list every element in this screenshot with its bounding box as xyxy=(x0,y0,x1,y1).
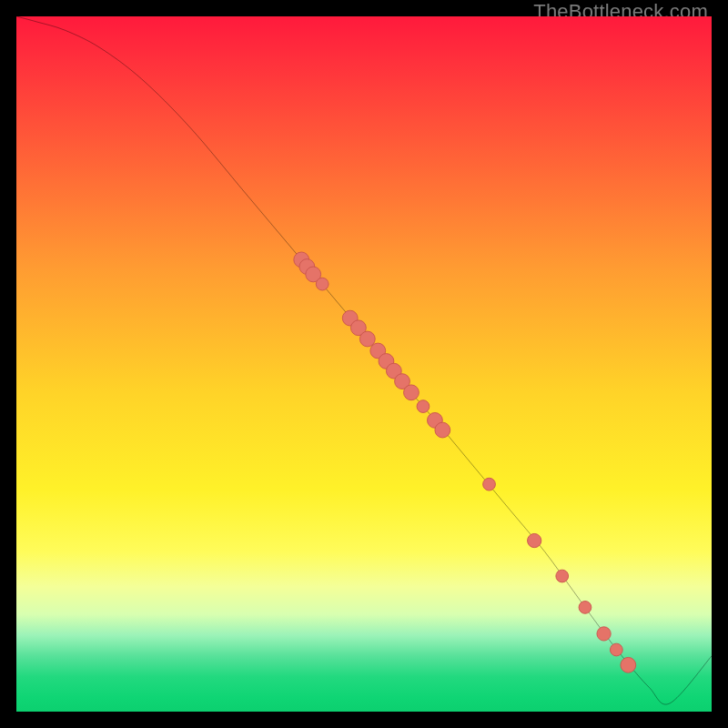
data-marker xyxy=(417,400,430,413)
data-marker xyxy=(528,533,541,547)
data-marker xyxy=(621,657,636,672)
data-marker xyxy=(435,422,450,438)
data-marker xyxy=(597,627,611,641)
plot-area xyxy=(16,16,712,712)
data-marker xyxy=(556,570,569,582)
data-marker xyxy=(483,478,496,490)
chart-frame: TheBottleneck.com xyxy=(0,0,728,728)
data-markers xyxy=(294,252,636,672)
data-marker xyxy=(404,385,420,400)
data-marker xyxy=(610,643,622,656)
data-marker xyxy=(359,331,375,347)
curve-layer xyxy=(16,16,712,712)
data-marker xyxy=(579,602,592,614)
bottleneck-curve xyxy=(16,16,712,704)
data-marker xyxy=(316,278,329,290)
